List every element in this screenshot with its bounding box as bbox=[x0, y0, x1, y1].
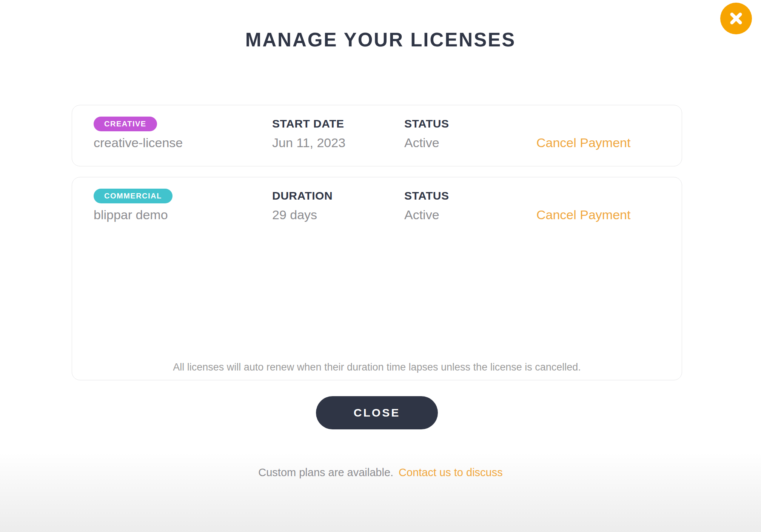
contact-us-link[interactable]: Contact us to discuss bbox=[399, 466, 503, 478]
status-label: STATUS bbox=[404, 189, 449, 202]
license-card-commercial: COMMERCIAL DURATION STATUS blippar demo … bbox=[72, 177, 682, 380]
license-card-creative: CREATIVE START DATE STATUS creative-lice… bbox=[72, 105, 682, 166]
license-type-badge: CREATIVE bbox=[94, 117, 157, 131]
license-type-badge: COMMERCIAL bbox=[94, 189, 173, 203]
duration-label: DURATION bbox=[272, 189, 333, 202]
close-button[interactable]: CLOSE bbox=[316, 396, 438, 429]
cancel-payment-link[interactable]: Cancel Payment bbox=[536, 208, 660, 222]
status-value: Active bbox=[404, 135, 536, 150]
footer: Custom plans are available.Contact us to… bbox=[0, 466, 761, 479]
auto-renew-note: All licenses will auto renew when their … bbox=[72, 361, 682, 373]
cancel-payment-link[interactable]: Cancel Payment bbox=[536, 135, 660, 150]
start-date-value: Jun 11, 2023 bbox=[272, 135, 404, 150]
start-date-label: START DATE bbox=[272, 117, 344, 130]
manage-licenses-modal: MANAGE YOUR LICENSES CREATIVE START DATE… bbox=[0, 0, 761, 532]
duration-value: 29 days bbox=[272, 208, 404, 222]
status-label: STATUS bbox=[404, 117, 449, 130]
status-value: Active bbox=[404, 208, 536, 222]
license-name: blippar demo bbox=[94, 208, 272, 222]
close-icon bbox=[728, 11, 744, 26]
custom-plans-text: Custom plans are available. bbox=[258, 466, 393, 478]
license-name: creative-license bbox=[94, 135, 272, 150]
modal-title: MANAGE YOUR LICENSES bbox=[0, 29, 761, 51]
